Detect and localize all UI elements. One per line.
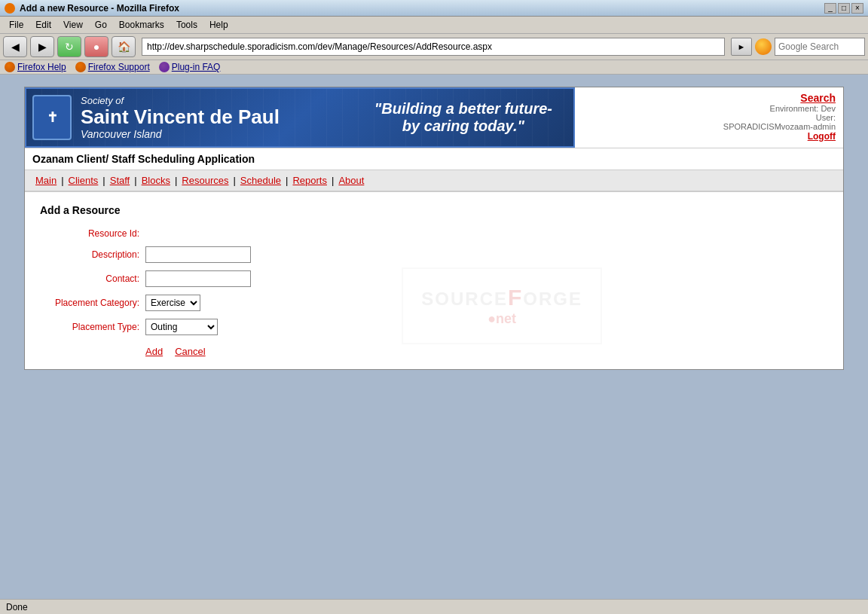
placement-type-select[interactable]: Outing Day Trip Medical Appt Social Even… [145, 319, 218, 335]
placement-category-label: Placement Category: [40, 298, 145, 308]
contact-input[interactable] [145, 270, 251, 287]
add-button[interactable]: Add [145, 346, 163, 357]
island-text: Vancouver Island [81, 128, 280, 140]
placement-type-row: Placement Type: Outing Day Trip Medical … [40, 319, 828, 335]
bookmark-firefox-help[interactable]: Firefox Help [5, 62, 66, 72]
menu-bookmarks[interactable]: Bookmarks [113, 18, 170, 32]
form-area: Add a Resource Resource Id: Description:… [25, 192, 843, 369]
home-button[interactable]: 🏠 [112, 36, 136, 57]
back-button[interactable]: ◀ [3, 36, 27, 57]
firefox-logo [755, 38, 772, 55]
plugin-faq-icon [159, 62, 170, 72]
nav-blocks[interactable]: Blocks [139, 173, 173, 188]
nav-sep-3: | [133, 175, 138, 186]
header-right: Search Environment: Dev User: SPORADICIS… [575, 87, 843, 148]
forward-button[interactable]: ▶ [30, 36, 54, 57]
svdp-logo-icon: ✝ [32, 95, 72, 140]
placement-category-select[interactable]: Exercise Outing Medical Social [145, 295, 200, 311]
menu-view[interactable]: View [57, 18, 89, 32]
menu-bar: File Edit View Go Bookmarks Tools Help [0, 17, 868, 34]
nav-about[interactable]: About [335, 173, 367, 188]
banner-text: Society of Saint Vincent de Paul Vancouv… [81, 95, 280, 140]
nav-sep-4: | [173, 175, 179, 186]
nav-bar: Main | Clients | Staff | Blocks | Resour… [25, 170, 843, 192]
placement-type-label: Placement Type: [40, 322, 145, 332]
menu-file[interactable]: File [3, 18, 29, 32]
window-controls[interactable]: _ □ × [824, 3, 863, 14]
form-content: Add a Resource Resource Id: Description:… [25, 192, 843, 369]
menu-edit[interactable]: Edit [29, 18, 57, 32]
menu-go[interactable]: Go [89, 18, 113, 32]
menu-help[interactable]: Help [203, 18, 234, 32]
cancel-button[interactable]: Cancel [175, 346, 205, 357]
url-display[interactable]: http://dev.sharpschedule.sporadicism.com… [147, 41, 720, 52]
window-title: Add a new Resource - Mozilla Firefox [20, 3, 179, 14]
browser-search-input[interactable] [775, 38, 865, 56]
username-text: SPORADICISMvozaam-admin [723, 122, 836, 131]
nav-reports[interactable]: Reports [289, 173, 330, 188]
nav-sep-2: | [101, 175, 106, 186]
title-bar-left: Add a new Resource - Mozilla Firefox [5, 3, 179, 14]
resource-id-row: Resource Id: [40, 228, 828, 239]
menu-tools[interactable]: Tools [170, 18, 203, 32]
contact-label: Contact: [40, 273, 145, 284]
nav-clients[interactable]: Clients [66, 173, 102, 188]
firefox-help-icon [5, 62, 15, 72]
nav-main[interactable]: Main [32, 173, 60, 188]
maximize-button[interactable]: □ [838, 3, 850, 14]
nav-sep-7: | [330, 175, 335, 186]
society-of-text: Society of [81, 95, 280, 106]
page-wrapper: ✝ Society of Saint Vincent de Paul Vanco… [0, 75, 868, 542]
user-label: User: [816, 113, 836, 122]
app-subtitle: Ozanam Client/ Staff Scheduling Applicat… [25, 148, 843, 170]
stop-button[interactable]: ● [84, 36, 108, 57]
environment-text: Environment: Dev [770, 104, 836, 113]
banner-logo: ✝ Society of Saint Vincent de Paul Vanco… [25, 87, 575, 148]
browser-toolbar: ◀ ▶ ↻ ● 🏠 http://dev.sharpschedule.spora… [0, 34, 868, 60]
form-actions: Add Cancel [145, 346, 828, 357]
nav-sep-1: | [60, 175, 65, 186]
resource-id-label: Resource Id: [40, 228, 145, 239]
nav-sep-5: | [231, 175, 237, 186]
go-button[interactable]: ► [731, 38, 752, 56]
firefox-icon [5, 3, 15, 14]
description-row: Description: [40, 246, 828, 263]
banner-tagline: "Building a better future-by caring toda… [359, 100, 567, 135]
nav-staff[interactable]: Staff [107, 173, 133, 188]
logoff-link[interactable]: Logoff [808, 131, 836, 142]
description-input[interactable] [145, 246, 251, 263]
contact-row: Contact: [40, 270, 828, 287]
address-bar: http://dev.sharpschedule.sporadicism.com… [142, 38, 725, 56]
bookmarks-bar: Firefox Help Firefox Support Plug-in FAQ [0, 60, 868, 75]
bookmark-firefox-support[interactable]: Firefox Support [75, 62, 150, 72]
bookmark-plugin-faq[interactable]: Plug-in FAQ [159, 62, 221, 72]
refresh-button[interactable]: ↻ [57, 36, 81, 57]
placement-category-row: Placement Category: Exercise Outing Medi… [40, 295, 828, 311]
close-button[interactable]: × [851, 3, 863, 14]
org-name-text: Saint Vincent de Paul [81, 106, 280, 128]
title-bar: Add a new Resource - Mozilla Firefox _ □… [0, 0, 868, 17]
minimize-button[interactable]: _ [824, 3, 836, 14]
form-title: Add a Resource [40, 204, 828, 216]
header-banner: ✝ Society of Saint Vincent de Paul Vanco… [25, 87, 843, 148]
search-link[interactable]: Search [800, 92, 836, 104]
description-label: Description: [40, 249, 145, 260]
firefox-support-icon [75, 62, 86, 72]
nav-resources[interactable]: Resources [179, 173, 231, 188]
nav-schedule[interactable]: Schedule [237, 173, 284, 188]
main-container: ✝ Society of Saint Vincent de Paul Vanco… [24, 87, 844, 370]
nav-sep-6: | [284, 175, 289, 186]
